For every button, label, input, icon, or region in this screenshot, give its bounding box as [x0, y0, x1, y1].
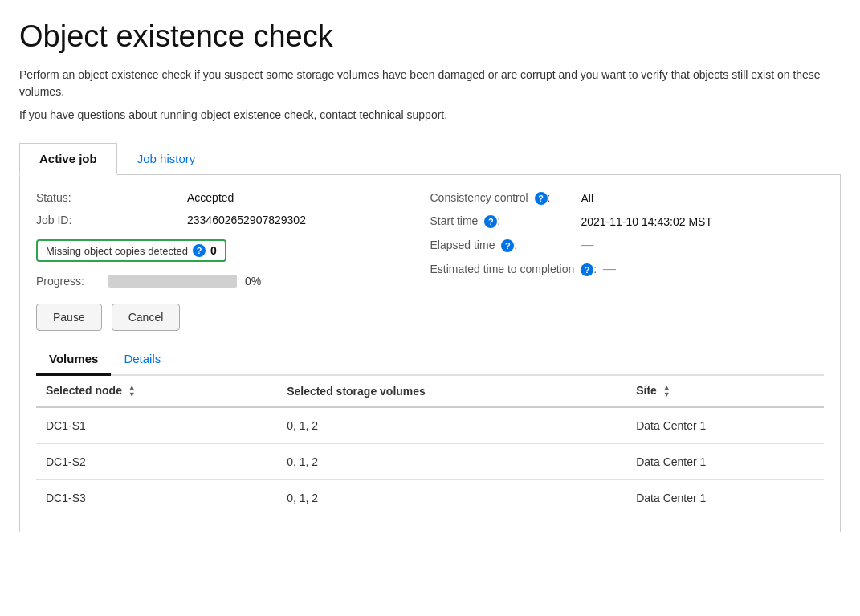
- elapsed-value: —: [581, 238, 594, 252]
- estimated-value: —: [603, 262, 616, 276]
- button-row: Pause Cancel: [36, 304, 824, 331]
- missing-object-row: Missing object copies detected ? 0: [36, 239, 430, 262]
- sub-tab-volumes[interactable]: Volumes: [36, 344, 111, 376]
- elapsed-row: Elapsed time ?: —: [430, 238, 825, 252]
- col-volumes-label: Selected storage volumes: [287, 385, 426, 398]
- sub-tab-details[interactable]: Details: [111, 344, 173, 376]
- cell-node: DC1-S2: [36, 444, 277, 480]
- table-row: DC1-S3 0, 1, 2 Data Center 1: [36, 480, 824, 516]
- cancel-button[interactable]: Cancel: [112, 304, 181, 331]
- description-1: Perform an object existence check if you…: [19, 67, 841, 100]
- pause-button[interactable]: Pause: [36, 304, 102, 331]
- table-body: DC1-S1 0, 1, 2 Data Center 1 DC1-S2 0, 1…: [36, 407, 824, 516]
- description-2: If you have questions about running obje…: [19, 107, 841, 124]
- node-sort-icon[interactable]: ▲▼: [128, 384, 136, 398]
- missing-object-box: Missing object copies detected ? 0: [36, 239, 226, 262]
- estimated-label: Estimated time to completion ?:: [430, 263, 597, 276]
- tab-active-job[interactable]: Active job: [19, 143, 117, 175]
- elapsed-label: Elapsed time ?:: [430, 239, 575, 252]
- col-volumes: Selected storage volumes: [277, 376, 626, 407]
- progress-label: Progress:: [36, 275, 100, 288]
- missing-object-count: 0: [210, 244, 217, 257]
- volumes-table: Selected node ▲▼ Selected storage volume…: [36, 376, 824, 516]
- status-label: Status:: [36, 191, 181, 204]
- estimated-help-icon[interactable]: ?: [581, 263, 593, 276]
- table-header-row: Selected node ▲▼ Selected storage volume…: [36, 376, 824, 407]
- progress-row: Progress: 0%: [36, 275, 430, 288]
- elapsed-help-icon[interactable]: ?: [501, 239, 514, 252]
- content-area: Status: Accepted Job ID: 233460265290782…: [19, 175, 841, 532]
- info-left: Status: Accepted Job ID: 233460265290782…: [36, 191, 430, 288]
- table-row: DC1-S2 0, 1, 2 Data Center 1: [36, 444, 824, 480]
- status-value: Accepted: [187, 191, 234, 204]
- cell-site: Data Center 1: [626, 480, 824, 516]
- status-row: Status: Accepted: [36, 191, 430, 204]
- consistency-row: Consistency control ?: All: [430, 191, 825, 205]
- start-time-row: Start time ?: 2021-11-10 14:43:02 MST: [430, 214, 825, 228]
- estimated-row: Estimated time to completion ?: —: [430, 262, 825, 276]
- start-time-help-icon[interactable]: ?: [484, 215, 497, 228]
- info-right: Consistency control ?: All Start time ?:…: [430, 191, 825, 288]
- job-id-value: 2334602652907829302: [187, 214, 306, 226]
- consistency-value: All: [581, 192, 594, 205]
- start-time-label: Start time ?:: [430, 214, 575, 228]
- missing-object-label: Missing object copies detected: [46, 245, 188, 257]
- progress-pct: 0%: [245, 275, 261, 288]
- col-node[interactable]: Selected node ▲▼: [36, 376, 277, 407]
- main-tabs: Active job Job history: [19, 143, 841, 175]
- cell-node: DC1-S1: [36, 407, 277, 444]
- start-time-value: 2021-11-10 14:43:02 MST: [581, 215, 712, 228]
- cell-site: Data Center 1: [626, 444, 824, 480]
- cell-node: DC1-S3: [36, 480, 277, 516]
- sub-tabs: Volumes Details: [36, 344, 824, 376]
- cell-volumes: 0, 1, 2: [277, 480, 626, 516]
- col-site[interactable]: Site ▲▼: [626, 376, 824, 407]
- cell-site: Data Center 1: [626, 407, 824, 444]
- col-site-label: Site: [636, 384, 657, 397]
- site-sort-icon[interactable]: ▲▼: [663, 384, 670, 398]
- cell-volumes: 0, 1, 2: [277, 444, 626, 480]
- consistency-label: Consistency control ?:: [430, 191, 575, 205]
- cell-volumes: 0, 1, 2: [277, 407, 626, 444]
- job-id-label: Job ID:: [36, 214, 181, 226]
- job-id-row: Job ID: 2334602652907829302: [36, 214, 430, 226]
- table-row: DC1-S1 0, 1, 2 Data Center 1: [36, 407, 824, 444]
- progress-bar: [108, 275, 237, 288]
- page-title: Object existence check: [19, 19, 841, 54]
- consistency-help-icon[interactable]: ?: [535, 192, 548, 205]
- tab-job-history[interactable]: Job history: [117, 143, 216, 174]
- missing-object-help-icon[interactable]: ?: [193, 244, 206, 257]
- info-grid: Status: Accepted Job ID: 233460265290782…: [36, 191, 824, 288]
- col-node-label: Selected node: [46, 384, 122, 397]
- table-wrapper[interactable]: Selected node ▲▼ Selected storage volume…: [36, 376, 824, 516]
